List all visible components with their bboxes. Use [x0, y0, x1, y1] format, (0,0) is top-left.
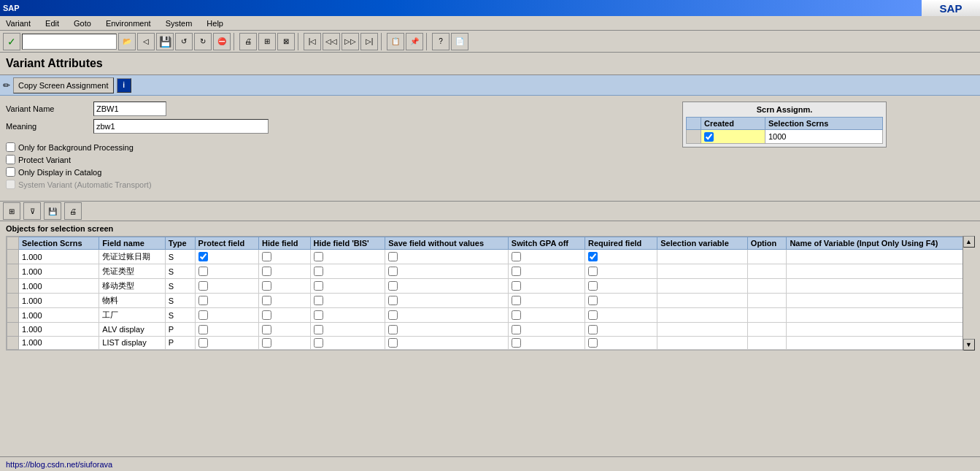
- menu-goto[interactable]: Goto: [71, 18, 94, 28]
- print-btn[interactable]: 🖨: [239, 33, 257, 50]
- bottom-btn2[interactable]: ⊽: [23, 202, 41, 220]
- table-checkbox[interactable]: [314, 310, 323, 320]
- menu-system[interactable]: System: [163, 18, 196, 28]
- table-checkbox[interactable]: [388, 310, 398, 320]
- checkbox-system: [6, 180, 15, 189]
- table-checkbox[interactable]: [588, 252, 598, 261]
- table-checkbox[interactable]: [388, 296, 398, 305]
- table-checkbox[interactable]: [262, 281, 271, 291]
- table-checkbox[interactable]: [588, 296, 598, 305]
- table-checkbox[interactable]: [512, 252, 521, 261]
- table-checkbox[interactable]: [198, 325, 208, 334]
- content-area: Variant Name Meaning Only for Background…: [0, 96, 980, 198]
- table-checkbox[interactable]: [512, 310, 521, 320]
- next2-btn[interactable]: ▷▷: [342, 33, 359, 50]
- local-clipboard-btn[interactable]: 📋: [387, 33, 404, 50]
- meaning-input[interactable]: [93, 119, 269, 134]
- variant-name-input[interactable]: [93, 102, 166, 116]
- right-panel: Scrn Assignm. Created Selection Scrns: [682, 102, 974, 192]
- edit-icon: ✏: [3, 80, 10, 91]
- table-checkbox[interactable]: [512, 281, 521, 291]
- table-checkbox[interactable]: [388, 338, 398, 348]
- table-checkbox[interactable]: [198, 338, 208, 348]
- bottom-btn3[interactable]: 💾: [44, 202, 61, 220]
- scrn-created-checkbox[interactable]: [704, 132, 714, 142]
- bottom-btn4[interactable]: 🖨: [64, 202, 82, 220]
- table-checkbox[interactable]: [588, 267, 598, 276]
- scroll-up-btn[interactable]: ▲: [963, 236, 975, 248]
- system-clipboard-btn[interactable]: 📌: [406, 33, 423, 50]
- table-checkbox[interactable]: [262, 338, 271, 348]
- table-checkbox[interactable]: [588, 338, 598, 348]
- objects-section-title: Objects for selection screen: [0, 221, 980, 236]
- table-checkbox[interactable]: [388, 252, 398, 261]
- prev-btn[interactable]: ◁◁: [323, 33, 340, 50]
- table-checkbox[interactable]: [198, 296, 208, 305]
- meaning-label: Meaning: [6, 122, 93, 131]
- table-checkbox[interactable]: [262, 267, 271, 276]
- table-checkbox[interactable]: [314, 267, 323, 276]
- open-folder-btn[interactable]: 📂: [118, 33, 136, 50]
- table-checkbox[interactable]: [588, 325, 598, 334]
- table-checkbox[interactable]: [588, 310, 598, 320]
- find-btn[interactable]: ⊞: [258, 33, 276, 50]
- table-checkbox[interactable]: [262, 296, 271, 305]
- table-checkbox[interactable]: [512, 267, 521, 276]
- forward-btn[interactable]: 💾: [156, 33, 174, 50]
- back-btn[interactable]: ◁: [137, 33, 155, 50]
- help-btn[interactable]: ?: [432, 33, 450, 50]
- table-checkbox[interactable]: [314, 281, 323, 291]
- checkbox-catalog[interactable]: [6, 167, 15, 177]
- copy-screen-assignment-btn[interactable]: Copy Screen Assignment: [13, 77, 114, 93]
- table-checkbox[interactable]: [388, 267, 398, 276]
- table-checkbox[interactable]: [314, 338, 323, 348]
- table-checkbox[interactable]: [388, 325, 398, 334]
- table-checkbox[interactable]: [388, 281, 398, 291]
- table-checkbox[interactable]: [314, 325, 323, 334]
- stop-btn[interactable]: ⛔: [213, 33, 231, 50]
- sep1: [234, 33, 236, 50]
- confirm-btn[interactable]: ✓: [3, 33, 20, 50]
- settings-btn[interactable]: 📄: [451, 33, 468, 50]
- table-checkbox[interactable]: [314, 252, 323, 261]
- scrollbar-v[interactable]: ▲ ▼: [962, 236, 974, 351]
- table-checkbox[interactable]: [198, 267, 208, 276]
- menu-variant[interactable]: Variant: [3, 18, 34, 28]
- page-title: Variant Attributes: [6, 57, 103, 69]
- bottom-btn1[interactable]: ⊞: [3, 202, 20, 220]
- checkbox-system-label: System Variant (Automatic Transport): [18, 180, 152, 189]
- table-checkbox[interactable]: [198, 281, 208, 291]
- first-btn[interactable]: |◁: [304, 33, 321, 50]
- checkbox-background-row: Only for Background Processing: [6, 142, 668, 152]
- table-checkbox[interactable]: [314, 296, 323, 305]
- menu-help[interactable]: Help: [204, 18, 226, 28]
- checkbox-catalog-row: Only Display in Catalog: [6, 167, 668, 177]
- menu-edit[interactable]: Edit: [42, 18, 62, 28]
- page-header: Variant Attributes: [0, 53, 980, 75]
- next-btn[interactable]: ↻: [194, 33, 212, 50]
- table-checkbox[interactable]: [512, 325, 521, 334]
- variant-name-row: Variant Name: [6, 102, 668, 116]
- menu-environment[interactable]: Environment: [103, 18, 154, 28]
- table-checkbox[interactable]: [512, 296, 521, 305]
- info-btn[interactable]: i: [117, 78, 131, 93]
- table-row: 1.000物料S: [7, 294, 973, 308]
- last-btn[interactable]: ▷|: [360, 33, 378, 50]
- table-checkbox[interactable]: [262, 325, 271, 334]
- window-title: SAP: [3, 4, 20, 12]
- table-checkbox[interactable]: [588, 281, 598, 291]
- refresh-btn[interactable]: ↺: [175, 33, 193, 50]
- th-protect: Protect field: [195, 237, 258, 250]
- scrn-created-cell[interactable]: [701, 130, 765, 144]
- table-checkbox[interactable]: [198, 310, 208, 320]
- scroll-down-btn[interactable]: ▼: [963, 339, 975, 351]
- checkbox-background[interactable]: [6, 142, 15, 152]
- table-checkbox[interactable]: [512, 338, 521, 348]
- table-checkbox[interactable]: [262, 310, 271, 320]
- checkbox-protect[interactable]: [6, 155, 15, 164]
- find-next-btn[interactable]: ⊠: [277, 33, 295, 50]
- table-checkbox[interactable]: [198, 252, 208, 261]
- scrn-col-selscr: Selection Scrns: [765, 118, 882, 130]
- command-field[interactable]: [22, 34, 117, 50]
- table-checkbox[interactable]: [262, 252, 271, 261]
